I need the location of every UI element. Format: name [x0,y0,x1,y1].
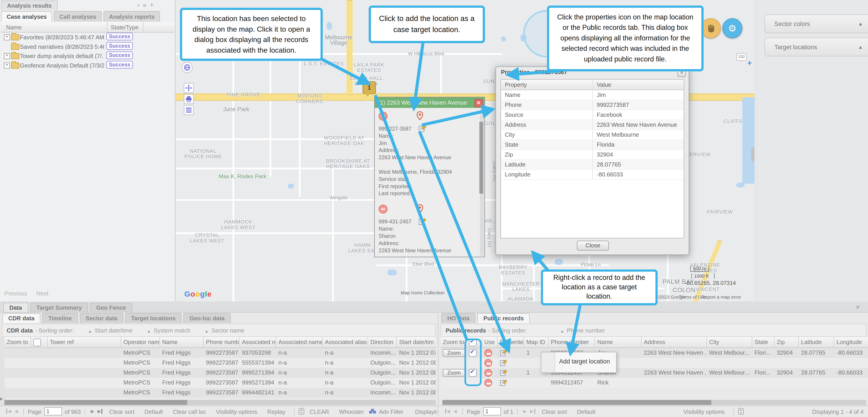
popup-close-icon[interactable]: ✕ [474,99,483,107]
col-address[interactable]: Address [642,337,707,348]
col-name[interactable]: Name [595,337,642,348]
col-zoom-to[interactable]: Zoom to [4,337,31,348]
table-row[interactable]: Zoom 1 9992273587 Jim 2263 West New Have… [440,348,868,358]
tree-item[interactable]: + Favorites (8/28/2023 5:46:47 AM) Succe… [1,32,175,41]
col-zoom-to[interactable]: Zoom to [440,337,467,348]
tree-item[interactable]: + Geofence Analysis Default (7/3/2... Su… [1,60,175,70]
page-input[interactable] [483,407,501,415]
col-associated-name[interactable]: Associated name [276,337,323,348]
use-remove-icon[interactable] [485,359,492,367]
add-target-location-item[interactable]: Add target location [559,358,610,364]
tree-item-label[interactable]: Saved narratives (8/28/2023 5:46... [20,43,104,50]
sort-chip[interactable]: System match [147,327,190,333]
value-column[interactable]: Value [593,80,684,90]
sort-chip[interactable]: Sector name [205,327,244,333]
visibility-options-button[interactable]: Visibility options [216,408,257,415]
col-city[interactable]: City [707,337,752,348]
use-remove-icon[interactable] [485,349,492,357]
table-row[interactable]: MetroPCSFred Higgs9992273587937053298n-a… [4,348,436,358]
file-icon[interactable] [299,408,305,415]
zoom-in-button[interactable]: + [747,59,752,68]
tab-public-records[interactable]: Public records [477,313,530,323]
table-row[interactable]: MetroPCSFred Higgs99922735879994482141n-… [4,388,436,398]
col-direction[interactable]: Direction [368,337,397,348]
adv-filter-button[interactable]: Adv Filter [379,408,403,415]
default-button[interactable]: Default [145,408,163,415]
previous-link[interactable]: Previous [4,290,27,296]
page-input[interactable] [44,407,62,415]
sort-chip[interactable]: Phone number [560,327,605,333]
column-state-type[interactable]: State/Type [107,22,143,32]
file-icon[interactable] [738,408,744,415]
print-button[interactable] [184,94,194,104]
first-page-icon[interactable]: ◀ [445,409,450,414]
col-longitude[interactable]: Longitude [834,337,868,348]
col-use[interactable]: Use [482,337,498,348]
col-start-datetime[interactable]: Start date/tim [397,337,436,348]
column-name[interactable]: Name [1,22,107,32]
cdr-hscrollbar[interactable] [4,400,436,405]
whooster-button[interactable]: Whooster [339,408,364,415]
sort-chip[interactable]: Start date/time [88,327,132,333]
tab-cdr-data[interactable]: CDR data [2,313,41,323]
table-row[interactable]: MetroPCSFred Higgs99922735875555371394n-… [4,358,436,368]
zoom-button[interactable]: Zoom [443,349,465,357]
panel-window-icons[interactable]: ›«+ [137,1,157,9]
map-scrollbar[interactable] [751,147,754,162]
col-properties[interactable]: Properties [498,337,524,348]
tab-target-summary[interactable]: Target Summary [30,303,88,312]
expand-right-icon[interactable]: › [137,1,143,9]
clear-button[interactable]: CLEAR [310,408,329,415]
tree-item[interactable]: Saved narratives (8/28/2023 5:46... Succ… [1,41,175,51]
col-latitude[interactable]: Latitude [799,337,834,348]
pan-mode-button[interactable] [701,18,721,38]
settings-button[interactable] [722,18,742,38]
first-page-icon[interactable]: ◀ [6,409,11,414]
table-row[interactable]: Zoom 1 9994312457 Sharon 2263 West New H… [440,368,868,378]
next-page-icon[interactable]: ▶ [91,409,94,414]
col-associated-alias[interactable]: Associated alias [323,337,368,348]
clear-call-loc-button[interactable]: Clear call loc [173,408,206,415]
tab-case-analyses[interactable]: Case analyses [1,11,52,22]
default-button[interactable]: Default [577,408,595,415]
report-error-link[interactable]: Report a map error [702,294,741,300]
col-phone[interactable]: Phone numb [204,337,240,348]
expand-icon[interactable]: + [4,53,10,59]
remove-icon[interactable] [379,204,388,213]
clear-sort-button[interactable]: Clear sort [109,408,134,415]
last-page-icon[interactable]: ▶ [530,409,535,414]
col-map-id[interactable]: Map ID [524,337,549,348]
tab-timeline[interactable]: Timeline [42,313,78,323]
globe-button[interactable] [182,62,193,73]
tree-item-label[interactable]: Geofence Analysis Default (7/3/2... [20,62,104,68]
next-link[interactable]: Next [36,290,49,296]
add-icon[interactable]: + [150,1,157,9]
sector-colors-accordion[interactable]: Sector colors [765,14,868,33]
col-name[interactable]: Name [160,337,204,348]
next-page-icon[interactable]: ▶ [523,409,527,414]
table-row[interactable]: 9994312457 Rick [440,378,868,388]
visibility-options-button[interactable]: Visibility options [683,408,724,415]
use-remove-icon[interactable] [485,379,492,387]
expand-icon[interactable]: + [4,34,10,40]
col-state[interactable]: State [752,337,774,348]
checkbox-icon[interactable] [33,339,41,346]
properties-icon[interactable] [418,125,426,132]
collapse-panel-icon[interactable]: » [855,305,862,309]
properties-icon[interactable] [500,369,507,376]
tab-call-analyses[interactable]: Call analyses [54,11,102,22]
tab-analysis-reports[interactable]: Analysis reports [103,11,160,22]
tab-target-locations[interactable]: Target locations [125,313,182,323]
popup-scrollbar[interactable] [480,108,484,255]
pin-icon[interactable] [415,203,424,214]
replay-button[interactable]: Replay [267,408,285,415]
col-associated-number[interactable]: Associated nu [240,337,276,348]
tab-geo-fence[interactable]: Geo Fence [90,303,132,312]
properties-icon[interactable] [500,359,507,366]
col-operator[interactable]: Operator nam [121,337,160,348]
tab-sector-data[interactable]: Sector data [80,313,123,323]
tree-item[interactable]: + Tower dump analysis default (7/... Suc… [1,51,175,60]
expand-icon[interactable]: + [4,63,10,69]
tab-data[interactable]: Data [3,303,28,312]
tab-ho-data[interactable]: HO data [441,313,475,323]
